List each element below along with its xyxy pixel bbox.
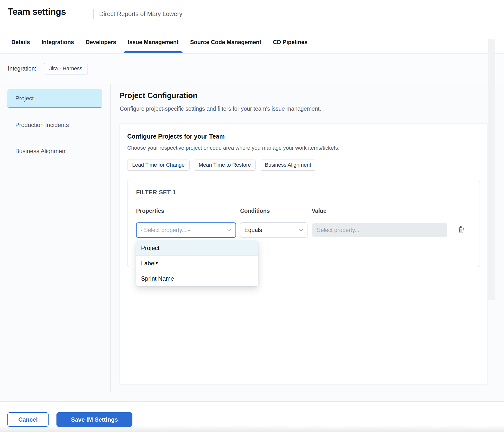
title-divider	[93, 9, 94, 19]
chip-business-alignment[interactable]: Business Alignment	[260, 160, 316, 171]
integration-label: Integration:	[8, 65, 36, 72]
page-header: Team settings Direct Reports of Mary Low…	[0, 0, 504, 31]
tab-developers-label: Developers	[86, 39, 116, 46]
tab-source-code-management[interactable]: Source Code Management	[190, 31, 261, 53]
tab-issue-management[interactable]: Issue Management	[128, 31, 179, 53]
sidebar-item-project[interactable]: Project	[7, 89, 102, 108]
sidebar-item-production-incidents-label: Production Incidents	[15, 122, 69, 128]
column-label-value: Value	[312, 208, 326, 214]
dropdown-option-sprint-name[interactable]: Sprint Name	[136, 271, 258, 286]
tab-source-code-management-label: Source Code Management	[190, 39, 261, 46]
sidebar-item-business-alignment-label: Business Alignment	[15, 148, 67, 155]
card-subtitle: Choose your respective project or code a…	[127, 145, 340, 151]
page-title: Team settings	[8, 7, 66, 17]
tab-details-label: Details	[11, 39, 30, 46]
sidebar-item-business-alignment[interactable]: Business Alignment	[7, 144, 102, 159]
tab-cd-pipelines-label: CD Pipelines	[273, 39, 308, 46]
tab-cd-pipelines[interactable]: CD Pipelines	[273, 31, 308, 53]
properties-select[interactable]: - Select property... -	[136, 222, 236, 238]
section-title: Project Configuration	[119, 91, 198, 100]
properties-select-value: - Select property... -	[141, 227, 190, 234]
integration-row: Integration: Jira - Harness	[0, 54, 504, 84]
sidebar-divider	[110, 84, 111, 392]
sidebar-item-production-incidents[interactable]: Production Incidents	[7, 118, 102, 132]
card-title: Configure Projects for your Team	[127, 133, 225, 140]
content-area: Project Production Incidents Business Al…	[0, 84, 504, 401]
dropdown-option-labels[interactable]: Labels	[136, 256, 258, 271]
save-im-settings-button[interactable]: Save IM Settings	[56, 412, 132, 427]
delete-filter-button[interactable]	[455, 223, 467, 235]
properties-dropdown-menu: Project Labels Sprint Name	[136, 240, 258, 286]
page-subtitle: Direct Reports of Mary Lowery	[99, 10, 182, 18]
conditions-select[interactable]: Equals	[240, 222, 307, 238]
tab-integrations-label: Integrations	[41, 39, 74, 46]
chevron-down-icon	[227, 227, 232, 233]
column-label-properties: Properties	[136, 208, 164, 214]
dropdown-option-project[interactable]: Project	[136, 240, 258, 256]
tab-bar: Details Integrations Developers Issue Ma…	[0, 31, 504, 54]
metric-chip-row: Lead Time for Change Mean Time to Restor…	[127, 160, 316, 171]
sidebar-item-project-label: Project	[15, 95, 34, 102]
integration-chip[interactable]: Jira - Harness	[44, 63, 88, 74]
column-label-conditions: Conditions	[240, 208, 270, 214]
tab-developers[interactable]: Developers	[86, 31, 116, 53]
active-tab-underline	[124, 51, 183, 53]
footer-bar: Cancel Save IM Settings	[0, 401, 504, 432]
cancel-button[interactable]: Cancel	[7, 412, 49, 427]
chevron-down-icon	[298, 227, 304, 233]
value-input[interactable]	[312, 223, 447, 237]
section-subtitle: Configure project-specific settings and …	[120, 106, 321, 112]
scrollbar-track[interactable]	[488, 39, 495, 300]
tab-details[interactable]: Details	[11, 31, 30, 53]
chip-mean-time-to-restore[interactable]: Mean Time to Restore	[194, 160, 256, 171]
conditions-select-value: Equals	[244, 227, 262, 234]
tab-integrations[interactable]: Integrations	[41, 31, 74, 53]
tab-issue-management-label: Issue Management	[128, 39, 179, 46]
chip-lead-time-for-change[interactable]: Lead Time for Change	[127, 160, 190, 171]
filter-set-title: FILTER SET 1	[136, 189, 176, 196]
trash-icon	[457, 225, 466, 234]
